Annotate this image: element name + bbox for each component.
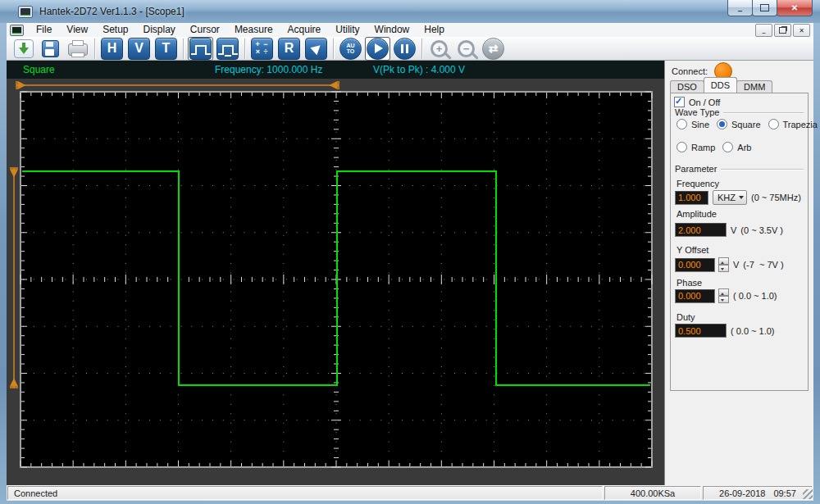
time-text: 09:57 [773, 488, 796, 498]
checkbox-checked-icon [674, 97, 685, 107]
spin-up-icon[interactable] [718, 288, 729, 296]
horizontal-menu-icon: H [101, 38, 123, 60]
amplitude-input[interactable] [675, 223, 727, 237]
save-button[interactable] [38, 37, 63, 61]
radio-icon [676, 119, 687, 129]
y-offset-row: V (-7 ~ 7V ) [675, 257, 784, 272]
amplitude-unit: V [731, 225, 736, 235]
title-bar: Hantek-2D72 Ver1.1.3 - [Scope1] –✕ [0, 0, 820, 23]
radio-icon [676, 142, 687, 152]
autoset-icon: AUTO [339, 38, 362, 60]
frequency-input[interactable] [675, 191, 708, 205]
phase-input[interactable] [675, 289, 715, 303]
onoff-checkbox[interactable]: On / Off [674, 97, 720, 107]
open-button[interactable] [11, 37, 36, 61]
radio-square[interactable]: Square [717, 119, 760, 129]
menu-item-window[interactable]: Window [367, 23, 417, 37]
cursor-measure-icon [305, 38, 327, 60]
connection-status-text: Connected [14, 488, 57, 498]
group-divider [723, 112, 804, 113]
autoset-button[interactable]: AUTO [338, 37, 363, 61]
vertical-menu-icon: V [128, 38, 150, 60]
toolbar: HVT+ −× ÷RAUTO+−⇄ [7, 37, 813, 61]
mdi-close-button[interactable]: ✕ [793, 24, 810, 37]
toolbar-separator [244, 39, 245, 59]
radio-arb[interactable]: Arb [722, 142, 751, 152]
mdi-window-controls: –✕ [755, 24, 810, 37]
radio-trapezia[interactable]: Trapezia [768, 119, 818, 129]
minimize-icon: – [738, 7, 743, 16]
phase-stepper[interactable] [718, 288, 729, 303]
pulse-wave-button[interactable] [188, 37, 213, 61]
frequency-unit-select[interactable]: KHZ [713, 190, 747, 205]
group-divider [721, 169, 804, 170]
frequency-unit-value: KHZ [718, 193, 736, 202]
refresh-button[interactable]: ⇄ [481, 37, 506, 61]
horizontal-menu-button[interactable]: H [99, 37, 125, 61]
pause-button[interactable] [392, 37, 417, 61]
radio-label: Square [731, 120, 760, 129]
sample-rate-text: 400.00KSa [631, 488, 675, 498]
resize-grip[interactable] [803, 489, 813, 499]
menu-item-measure[interactable]: Measure [227, 23, 280, 37]
menu-item-acquire[interactable]: Acquire [280, 23, 329, 37]
radio-ramp[interactable]: Ramp [676, 142, 715, 152]
sample-rate-panel: 400.00KSa [604, 486, 701, 500]
mdi-minimize-button[interactable]: – [755, 24, 772, 37]
run-button[interactable] [365, 37, 390, 61]
reference-icon: R [278, 38, 300, 60]
maximize-icon [760, 4, 769, 11]
reference-button[interactable]: R [276, 37, 302, 61]
cursor-measure-button[interactable] [303, 37, 329, 61]
date-text: 26-09-2018 [719, 488, 765, 498]
menu-item-utility[interactable]: Utility [328, 23, 367, 37]
radio-sine[interactable]: Sine [676, 119, 709, 129]
amplitude-row: V (0 ~ 3.5V ) [675, 223, 783, 237]
duty-input[interactable] [675, 324, 727, 338]
tab-dso[interactable]: DSO [670, 80, 704, 93]
duty-range: ( 0.0 ~ 1.0) [731, 326, 775, 336]
menu-item-file[interactable]: File [29, 23, 59, 37]
print-button[interactable] [65, 37, 90, 61]
y-offset-range: (-7 ~ 7V ) [743, 260, 783, 270]
scope-document-icon[interactable] [10, 25, 24, 36]
radio-icon [722, 142, 733, 152]
zoom-in-button[interactable]: + [426, 37, 452, 61]
close-button[interactable]: ✕ [777, 0, 813, 16]
mode-tabs: DSO DDS DMM [670, 78, 772, 93]
oscilloscope-display[interactable] [7, 79, 664, 485]
zoom-out-button[interactable]: − [453, 37, 479, 61]
radio-selected-icon [717, 119, 727, 129]
tab-dmm[interactable]: DMM [736, 80, 772, 93]
menu-item-setup[interactable]: Setup [95, 23, 135, 37]
close-icon: ✕ [791, 3, 798, 12]
minimize-button[interactable]: – [727, 0, 753, 16]
pulse-measure-button[interactable] [215, 37, 240, 61]
menu-item-view[interactable]: View [59, 23, 95, 37]
spin-up-icon[interactable] [718, 257, 729, 265]
window-title: Hantek-2D72 Ver1.1.3 - [Scope1] [39, 6, 184, 17]
radio-label: Arb [737, 143, 751, 152]
scope-screen [7, 79, 664, 485]
mdi-restore-button[interactable] [774, 24, 791, 37]
math-button[interactable]: + −× ÷ [249, 37, 275, 61]
toolbar-separator [94, 39, 95, 59]
frequency-readout: Frequency: 1000.000 Hz [215, 64, 322, 75]
menu-item-display[interactable]: Display [136, 23, 183, 37]
y-offset-stepper[interactable] [718, 257, 729, 272]
trigger-menu-button[interactable]: T [153, 37, 179, 61]
menu-item-cursor[interactable]: Cursor [183, 23, 227, 37]
run-icon [367, 38, 389, 60]
y-offset-input[interactable] [675, 258, 715, 272]
parameter-group-title: Parameter [675, 164, 717, 174]
connection-status: Connected [7, 486, 603, 500]
vpp-readout: V(Pk to Pk) : 4.000 V [373, 64, 465, 75]
vertical-menu-button[interactable]: V [126, 37, 152, 61]
spin-down-icon[interactable] [718, 265, 729, 272]
amplitude-label: Amplitude [676, 209, 717, 219]
spin-down-icon[interactable] [718, 296, 729, 303]
onoff-label: On / Off [689, 98, 720, 107]
maximize-button[interactable] [752, 0, 777, 16]
menu-item-help[interactable]: Help [417, 23, 452, 37]
tab-dds[interactable]: DDS [704, 77, 737, 93]
